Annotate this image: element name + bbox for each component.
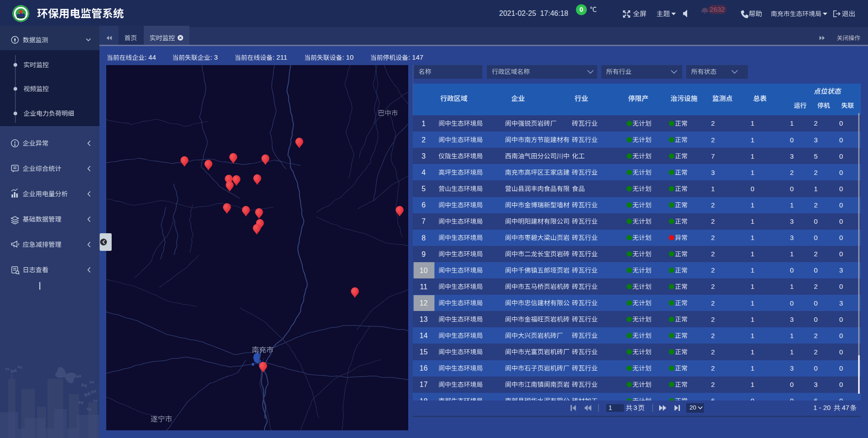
svg-text:1: 1 (790, 283, 793, 290)
svg-text:2: 2 (814, 348, 817, 356)
svg-text:0: 0 (814, 266, 817, 274)
svg-text:2: 2 (711, 266, 715, 274)
svg-text:4: 4 (422, 169, 426, 176)
svg-text:2: 2 (814, 201, 817, 209)
svg-text:1: 1 (750, 283, 754, 290)
svg-text:0: 0 (839, 201, 843, 209)
svg-text:1: 1 (790, 250, 793, 258)
svg-text:0: 0 (839, 364, 843, 372)
svg-text:3: 3 (711, 169, 715, 176)
svg-text:0: 0 (790, 397, 793, 405)
svg-text:1: 1 (750, 348, 754, 356)
svg-text:0: 0 (839, 217, 843, 225)
svg-text:18: 18 (420, 397, 428, 405)
svg-text:3: 3 (790, 234, 793, 241)
svg-text:0: 0 (790, 185, 793, 193)
svg-text:0: 0 (814, 299, 817, 307)
svg-text:2: 2 (814, 332, 817, 339)
svg-text:0: 0 (750, 397, 754, 405)
svg-text:6: 6 (711, 397, 715, 405)
svg-text:2: 2 (790, 169, 793, 176)
svg-text:16: 16 (420, 364, 428, 372)
svg-text:0: 0 (839, 119, 843, 127)
svg-text:0: 0 (839, 234, 843, 241)
svg-text:0: 0 (790, 136, 793, 144)
svg-text:3: 3 (790, 364, 793, 372)
svg-text:1: 1 (790, 119, 793, 127)
svg-text:1: 1 (750, 119, 754, 127)
svg-text:0: 0 (839, 152, 843, 160)
svg-text:14: 14 (420, 332, 428, 339)
svg-text:3: 3 (814, 136, 817, 144)
svg-text:2: 2 (711, 250, 715, 258)
svg-text:2: 2 (711, 234, 715, 241)
svg-text:2: 2 (711, 119, 715, 127)
svg-text:2: 2 (711, 348, 715, 356)
svg-text:2: 2 (711, 283, 715, 290)
svg-text:1: 1 (750, 217, 754, 225)
svg-text:0: 0 (839, 348, 843, 356)
svg-text:0: 0 (839, 283, 843, 290)
svg-text:2: 2 (814, 283, 817, 290)
svg-text:2: 2 (711, 299, 715, 307)
svg-text:1: 1 (790, 332, 793, 339)
svg-text:0: 0 (790, 381, 793, 388)
svg-text:1: 1 (750, 169, 754, 176)
svg-text:0: 0 (814, 234, 817, 241)
svg-text:2: 2 (711, 201, 715, 209)
svg-text:3: 3 (422, 152, 426, 160)
svg-text:12: 12 (420, 299, 428, 307)
svg-text:1: 1 (750, 136, 754, 144)
svg-text:6: 6 (422, 201, 426, 209)
svg-text:11: 11 (420, 283, 428, 291)
svg-text:0: 0 (790, 266, 793, 274)
svg-text:0: 0 (839, 316, 843, 323)
svg-text:2: 2 (711, 316, 715, 323)
svg-text:9: 9 (422, 250, 426, 258)
svg-text:1: 1 (790, 348, 793, 356)
svg-text:1: 1 (750, 381, 754, 388)
svg-text:0: 0 (839, 169, 843, 176)
svg-text:1: 1 (750, 201, 754, 209)
svg-text:2: 2 (814, 250, 817, 258)
svg-text:0: 0 (790, 299, 793, 307)
svg-text:1: 1 (750, 364, 754, 372)
svg-text:7: 7 (422, 217, 426, 225)
svg-text:8: 8 (422, 234, 426, 242)
svg-text:2: 2 (711, 381, 715, 388)
svg-text:1: 1 (750, 299, 754, 307)
svg-text:2: 2 (814, 169, 817, 176)
svg-text:0: 0 (814, 364, 817, 372)
svg-text:3: 3 (839, 299, 843, 307)
svg-text:2: 2 (711, 364, 715, 372)
svg-text:0: 0 (839, 381, 843, 388)
svg-text:3: 3 (839, 266, 843, 274)
svg-text:1: 1 (750, 316, 754, 323)
svg-text:7: 7 (711, 152, 715, 160)
svg-text:3: 3 (814, 381, 817, 388)
svg-text:17: 17 (420, 381, 428, 388)
svg-text:0: 0 (839, 136, 843, 144)
svg-text:5: 5 (814, 152, 817, 160)
svg-text:2: 2 (711, 136, 715, 144)
svg-text:1: 1 (814, 185, 817, 193)
svg-text:1: 1 (422, 120, 426, 127)
svg-text:0: 0 (750, 185, 754, 193)
svg-text:3: 3 (790, 152, 793, 160)
svg-text:3: 3 (790, 316, 793, 323)
svg-text:0: 0 (814, 217, 817, 225)
svg-text:2: 2 (711, 217, 715, 225)
svg-text:1: 1 (750, 332, 754, 339)
svg-text:0: 0 (839, 332, 843, 339)
svg-text:2: 2 (422, 136, 426, 144)
svg-text:1: 1 (750, 266, 754, 274)
svg-text:1: 1 (750, 152, 754, 160)
svg-text:15: 15 (420, 348, 428, 356)
svg-text:1: 1 (711, 185, 715, 193)
svg-text:2: 2 (814, 119, 817, 127)
svg-text:10: 10 (420, 267, 428, 274)
svg-text:13: 13 (420, 316, 428, 323)
svg-text:1: 1 (750, 234, 754, 241)
svg-text:0: 0 (814, 316, 817, 323)
svg-text:5: 5 (422, 185, 426, 193)
